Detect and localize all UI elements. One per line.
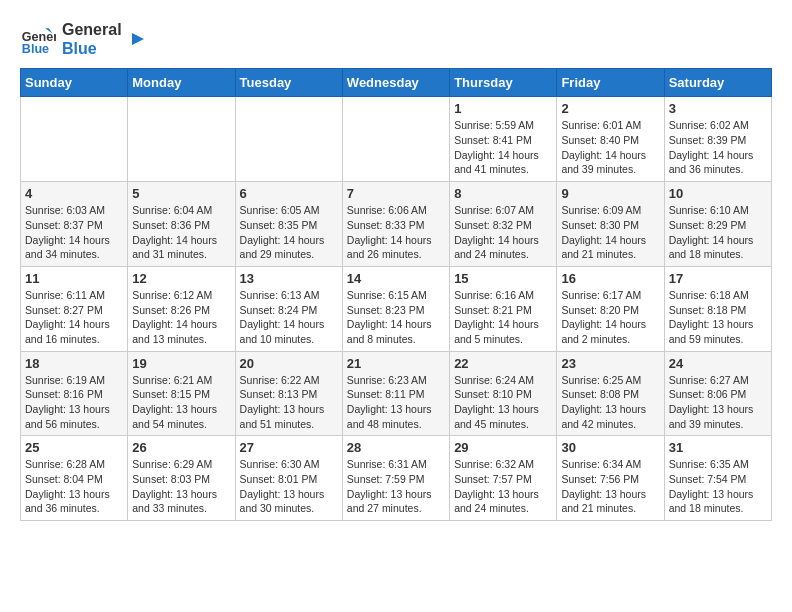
weekday-header: Tuesday [235,69,342,97]
day-info: Sunrise: 6:05 AM Sunset: 8:35 PM Dayligh… [240,203,338,262]
day-info: Sunrise: 6:22 AM Sunset: 8:13 PM Dayligh… [240,373,338,432]
day-number: 8 [454,186,552,201]
calendar-cell: 26Sunrise: 6:29 AM Sunset: 8:03 PM Dayli… [128,436,235,521]
day-info: Sunrise: 6:11 AM Sunset: 8:27 PM Dayligh… [25,288,123,347]
day-info: Sunrise: 6:09 AM Sunset: 8:30 PM Dayligh… [561,203,659,262]
calendar-cell: 30Sunrise: 6:34 AM Sunset: 7:56 PM Dayli… [557,436,664,521]
calendar-cell [128,97,235,182]
day-info: Sunrise: 6:12 AM Sunset: 8:26 PM Dayligh… [132,288,230,347]
day-number: 17 [669,271,767,286]
day-info: Sunrise: 6:18 AM Sunset: 8:18 PM Dayligh… [669,288,767,347]
day-info: Sunrise: 6:17 AM Sunset: 8:20 PM Dayligh… [561,288,659,347]
calendar-week-row: 18Sunrise: 6:19 AM Sunset: 8:16 PM Dayli… [21,351,772,436]
day-info: Sunrise: 6:23 AM Sunset: 8:11 PM Dayligh… [347,373,445,432]
day-info: Sunrise: 6:21 AM Sunset: 8:15 PM Dayligh… [132,373,230,432]
day-number: 23 [561,356,659,371]
day-number: 2 [561,101,659,116]
calendar-cell: 5Sunrise: 6:04 AM Sunset: 8:36 PM Daylig… [128,182,235,267]
calendar-cell: 7Sunrise: 6:06 AM Sunset: 8:33 PM Daylig… [342,182,449,267]
day-info: Sunrise: 6:01 AM Sunset: 8:40 PM Dayligh… [561,118,659,177]
day-info: Sunrise: 6:29 AM Sunset: 8:03 PM Dayligh… [132,457,230,516]
svg-text:Blue: Blue [22,43,49,57]
calendar-cell: 6Sunrise: 6:05 AM Sunset: 8:35 PM Daylig… [235,182,342,267]
day-number: 15 [454,271,552,286]
day-info: Sunrise: 6:30 AM Sunset: 8:01 PM Dayligh… [240,457,338,516]
day-info: Sunrise: 6:10 AM Sunset: 8:29 PM Dayligh… [669,203,767,262]
logo-general: General [62,20,122,39]
calendar-week-row: 25Sunrise: 6:28 AM Sunset: 8:04 PM Dayli… [21,436,772,521]
day-number: 27 [240,440,338,455]
day-number: 24 [669,356,767,371]
day-number: 9 [561,186,659,201]
day-info: Sunrise: 6:19 AM Sunset: 8:16 PM Dayligh… [25,373,123,432]
calendar-table: SundayMondayTuesdayWednesdayThursdayFrid… [20,68,772,521]
calendar-cell: 23Sunrise: 6:25 AM Sunset: 8:08 PM Dayli… [557,351,664,436]
calendar-cell [342,97,449,182]
calendar-cell: 10Sunrise: 6:10 AM Sunset: 8:29 PM Dayli… [664,182,771,267]
weekday-header: Friday [557,69,664,97]
calendar-body: 1Sunrise: 5:59 AM Sunset: 8:41 PM Daylig… [21,97,772,521]
calendar-cell: 13Sunrise: 6:13 AM Sunset: 8:24 PM Dayli… [235,266,342,351]
day-info: Sunrise: 6:15 AM Sunset: 8:23 PM Dayligh… [347,288,445,347]
calendar-header: SundayMondayTuesdayWednesdayThursdayFrid… [21,69,772,97]
calendar-cell: 19Sunrise: 6:21 AM Sunset: 8:15 PM Dayli… [128,351,235,436]
weekday-header: Monday [128,69,235,97]
day-info: Sunrise: 6:28 AM Sunset: 8:04 PM Dayligh… [25,457,123,516]
calendar-cell: 3Sunrise: 6:02 AM Sunset: 8:39 PM Daylig… [664,97,771,182]
logo: General Blue General Blue [20,20,148,58]
calendar-cell: 22Sunrise: 6:24 AM Sunset: 8:10 PM Dayli… [450,351,557,436]
day-info: Sunrise: 6:13 AM Sunset: 8:24 PM Dayligh… [240,288,338,347]
day-number: 3 [669,101,767,116]
calendar-cell [21,97,128,182]
day-number: 28 [347,440,445,455]
day-info: Sunrise: 6:03 AM Sunset: 8:37 PM Dayligh… [25,203,123,262]
day-number: 20 [240,356,338,371]
calendar-cell: 2Sunrise: 6:01 AM Sunset: 8:40 PM Daylig… [557,97,664,182]
calendar-cell: 27Sunrise: 6:30 AM Sunset: 8:01 PM Dayli… [235,436,342,521]
calendar-cell: 31Sunrise: 6:35 AM Sunset: 7:54 PM Dayli… [664,436,771,521]
calendar-cell: 16Sunrise: 6:17 AM Sunset: 8:20 PM Dayli… [557,266,664,351]
calendar-cell: 21Sunrise: 6:23 AM Sunset: 8:11 PM Dayli… [342,351,449,436]
logo-blue: Blue [62,39,122,58]
weekday-header: Thursday [450,69,557,97]
day-number: 5 [132,186,230,201]
day-info: Sunrise: 6:04 AM Sunset: 8:36 PM Dayligh… [132,203,230,262]
day-number: 14 [347,271,445,286]
day-number: 31 [669,440,767,455]
calendar-week-row: 4Sunrise: 6:03 AM Sunset: 8:37 PM Daylig… [21,182,772,267]
calendar-cell: 11Sunrise: 6:11 AM Sunset: 8:27 PM Dayli… [21,266,128,351]
day-number: 11 [25,271,123,286]
calendar-cell: 17Sunrise: 6:18 AM Sunset: 8:18 PM Dayli… [664,266,771,351]
calendar-cell: 12Sunrise: 6:12 AM Sunset: 8:26 PM Dayli… [128,266,235,351]
calendar-week-row: 11Sunrise: 6:11 AM Sunset: 8:27 PM Dayli… [21,266,772,351]
logo-icon: General Blue [20,21,56,57]
day-info: Sunrise: 6:25 AM Sunset: 8:08 PM Dayligh… [561,373,659,432]
calendar-cell: 9Sunrise: 6:09 AM Sunset: 8:30 PM Daylig… [557,182,664,267]
day-info: Sunrise: 6:06 AM Sunset: 8:33 PM Dayligh… [347,203,445,262]
day-info: Sunrise: 6:24 AM Sunset: 8:10 PM Dayligh… [454,373,552,432]
day-info: Sunrise: 6:16 AM Sunset: 8:21 PM Dayligh… [454,288,552,347]
calendar-cell [235,97,342,182]
day-number: 21 [347,356,445,371]
calendar-week-row: 1Sunrise: 5:59 AM Sunset: 8:41 PM Daylig… [21,97,772,182]
calendar-cell: 25Sunrise: 6:28 AM Sunset: 8:04 PM Dayli… [21,436,128,521]
header: General Blue General Blue [20,20,772,58]
weekday-header: Wednesday [342,69,449,97]
calendar-cell: 1Sunrise: 5:59 AM Sunset: 8:41 PM Daylig… [450,97,557,182]
calendar-cell: 4Sunrise: 6:03 AM Sunset: 8:37 PM Daylig… [21,182,128,267]
calendar-cell: 18Sunrise: 6:19 AM Sunset: 8:16 PM Dayli… [21,351,128,436]
day-info: Sunrise: 6:27 AM Sunset: 8:06 PM Dayligh… [669,373,767,432]
logo-arrow-icon [128,29,148,49]
day-info: Sunrise: 6:32 AM Sunset: 7:57 PM Dayligh… [454,457,552,516]
day-number: 12 [132,271,230,286]
day-number: 30 [561,440,659,455]
day-info: Sunrise: 5:59 AM Sunset: 8:41 PM Dayligh… [454,118,552,177]
day-number: 18 [25,356,123,371]
day-number: 10 [669,186,767,201]
calendar-cell: 20Sunrise: 6:22 AM Sunset: 8:13 PM Dayli… [235,351,342,436]
svg-marker-3 [132,33,144,45]
weekday-header: Sunday [21,69,128,97]
weekday-row: SundayMondayTuesdayWednesdayThursdayFrid… [21,69,772,97]
calendar-cell: 15Sunrise: 6:16 AM Sunset: 8:21 PM Dayli… [450,266,557,351]
calendar-cell: 28Sunrise: 6:31 AM Sunset: 7:59 PM Dayli… [342,436,449,521]
